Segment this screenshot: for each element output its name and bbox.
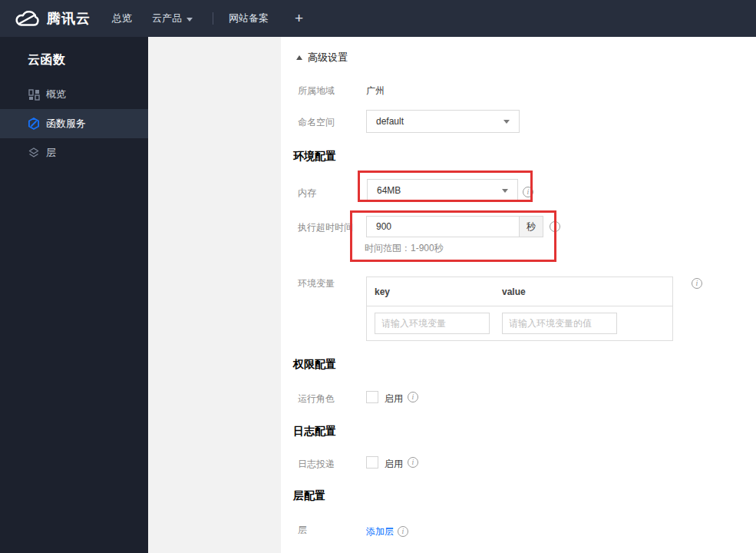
nav-divider (213, 12, 213, 25)
sidebar-item-layers[interactable]: 层 (0, 138, 148, 167)
run-role-info-icon[interactable]: i (408, 392, 418, 402)
envvar-table: key value (366, 276, 673, 341)
scf-hexagon-icon (28, 118, 40, 130)
namespace-label: 命名空间 (298, 116, 335, 129)
sidebar-item-label: 层 (46, 146, 56, 160)
envvar-info-icon[interactable]: i (692, 278, 702, 289)
envvar-row (367, 306, 672, 340)
timeout-unit-suffix: 秒 (520, 216, 543, 237)
region-value: 广州 (366, 84, 385, 98)
sidebar-item-label: 概览 (46, 88, 66, 101)
timeout-field: 秒 (366, 216, 543, 237)
brand-name: 腾讯云 (47, 9, 91, 28)
sidebar-menu: 概览 函数服务 层 (0, 80, 148, 167)
namespace-selected-value: default (376, 116, 497, 127)
log-delivery-enable-label[interactable]: 启用 (385, 458, 403, 471)
memory-label: 内存 (298, 187, 316, 200)
run-role-label: 运行角色 (298, 392, 335, 406)
log-delivery-label: 日志投递 (298, 458, 335, 471)
env-config-title: 环境配置 (293, 150, 336, 164)
envvar-value-header: value (502, 286, 526, 297)
log-config-title: 日志配置 (293, 425, 336, 439)
log-delivery-checkbox[interactable] (366, 456, 378, 469)
sidebar: 云函数 概览 函数服务 (0, 37, 148, 553)
perm-config-title: 权限配置 (293, 358, 336, 372)
nav-item-products[interactable]: 云产品 (152, 12, 193, 25)
envvar-key-input[interactable] (375, 313, 490, 334)
envvar-table-header: key value (367, 277, 672, 306)
nav-products-label: 云产品 (152, 12, 182, 25)
timeout-input[interactable] (366, 216, 520, 237)
nav-add-tab-button[interactable]: + (295, 10, 303, 27)
envvar-key-header: key (367, 286, 502, 297)
run-role-enable-label[interactable]: 启用 (385, 392, 403, 406)
layer-config-title: 层配置 (293, 489, 325, 503)
tencent-cloud-logo[interactable]: 腾讯云 (14, 8, 91, 28)
run-role-checkbox[interactable] (366, 391, 378, 403)
secondary-panel (148, 37, 281, 553)
cloud-logo-icon (14, 8, 40, 28)
nav-item-beian[interactable]: 网站备案 (229, 12, 269, 25)
envvar-value-input[interactable] (502, 313, 617, 334)
timeout-label: 执行超时时间 (298, 221, 353, 234)
memory-selected-value: 64MB (377, 185, 496, 196)
sidebar-item-label: 函数服务 (46, 117, 86, 131)
function-config-form: 高级设置 所属地域 广州 命名空间 default 环境配置 内存 64MB i… (281, 37, 756, 553)
layer-info-icon[interactable]: i (398, 526, 408, 537)
dropdown-arrow-icon (502, 189, 508, 193)
nav-item-overview[interactable]: 总览 (112, 12, 132, 25)
namespace-select[interactable]: default (366, 110, 520, 133)
memory-info-icon[interactable]: i (523, 187, 533, 197)
sidebar-item-overview[interactable]: 概览 (0, 80, 148, 109)
advanced-settings-label: 高级设置 (308, 51, 348, 65)
log-delivery-info-icon[interactable]: i (408, 457, 418, 468)
add-layer-link[interactable]: 添加层 (366, 525, 394, 538)
region-label: 所属地域 (298, 84, 335, 98)
layers-icon (28, 147, 40, 159)
memory-select[interactable]: 64MB (367, 179, 518, 202)
collapse-arrow-icon (296, 55, 302, 60)
envvar-label: 环境变量 (298, 277, 335, 290)
layer-label: 层 (298, 524, 307, 537)
grid-icon (28, 88, 40, 101)
timeout-info-icon[interactable]: i (550, 221, 560, 232)
timeout-range-hint: 时间范围：1-900秒 (365, 242, 444, 255)
sidebar-item-function-service[interactable]: 函数服务 (0, 109, 148, 138)
advanced-settings-toggle[interactable]: 高级设置 (296, 51, 348, 65)
chevron-down-icon (187, 18, 193, 22)
dropdown-arrow-icon (503, 120, 510, 124)
product-title: 云函数 (0, 37, 148, 68)
top-nav: 腾讯云 总览 云产品 网站备案 + (0, 0, 756, 37)
